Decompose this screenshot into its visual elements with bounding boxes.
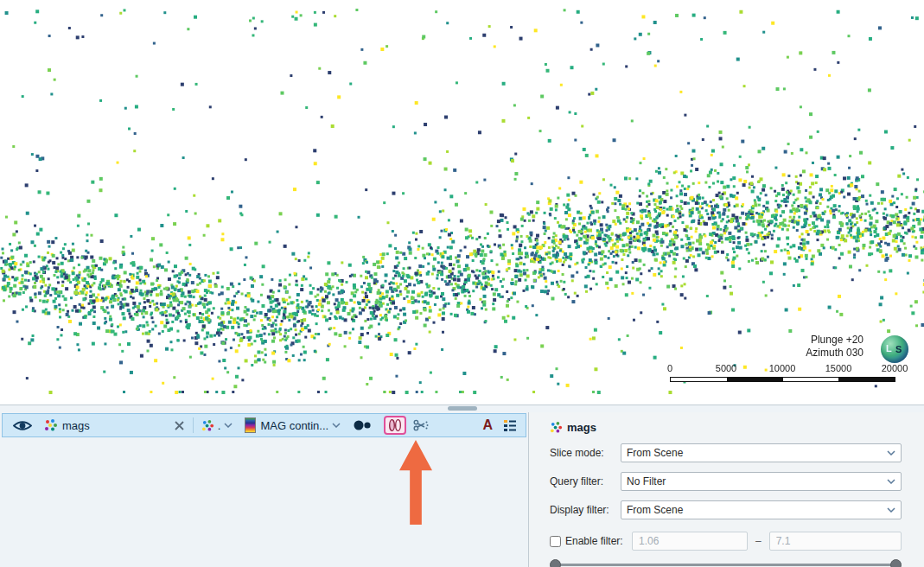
remove-from-scene-icon[interactable]: [174, 420, 185, 431]
scale-tick: 10000: [769, 363, 796, 373]
scale-tick-labels: 0 5000 10000 15000 20000: [670, 363, 896, 375]
scale-bar-segments: [670, 377, 895, 382]
filter-range-slider[interactable]: [550, 558, 902, 567]
filter-min-input[interactable]: 1.06: [632, 532, 748, 551]
colormap-label: MAG contin...: [260, 419, 328, 432]
properties-panel: mags Slice mode: From Scene Query filter…: [529, 412, 924, 567]
slice-mode-label: Slice mode:: [550, 447, 621, 459]
properties-title: mags: [567, 421, 596, 434]
chevron-down-icon: [887, 479, 895, 484]
orientation-readout: Plunge +20 Azimuth 030: [806, 334, 863, 360]
chevron-down-icon: [887, 450, 895, 456]
query-filter-label: Query filter:: [550, 475, 621, 487]
scene-list-item-mags[interactable]: mags .: [2, 413, 526, 437]
chevron-down-icon: [332, 423, 341, 428]
point-cloud: [0, 0, 924, 405]
callout-arrow-up: [399, 440, 432, 525]
slider-handle-max[interactable]: [890, 559, 902, 567]
slice-mode-select[interactable]: From Scene: [621, 443, 902, 462]
compass-letter-l: L: [886, 343, 892, 354]
shape-list-dropdown[interactable]: .: [201, 419, 233, 432]
azimuth-label: Azimuth 030: [806, 347, 863, 360]
point-size-icon[interactable]: [353, 418, 372, 432]
splitter-strip: [0, 405, 924, 412]
enable-filter-checkbox[interactable]: [550, 536, 561, 547]
query-filter-select[interactable]: No Filter: [621, 472, 902, 491]
scale-tick: 5000: [716, 363, 736, 373]
scale-tick: 0: [667, 363, 672, 373]
shape-dropdown-label: .: [218, 419, 221, 432]
scene-viewport[interactable]: Plunge +20 Azimuth 030 L S 0 5000 10000 …: [0, 0, 924, 405]
compass-globe[interactable]: L S: [881, 335, 908, 363]
colormap-dropdown[interactable]: MAG contin...: [245, 417, 341, 433]
scene-item-label: mags: [62, 419, 90, 432]
visibility-eye-icon[interactable]: [13, 419, 32, 432]
filter-max-input[interactable]: 7.1: [769, 532, 902, 551]
chevron-down-icon: [224, 423, 233, 428]
enable-filter-label: Enable filter:: [565, 535, 632, 547]
slider-handle-min[interactable]: [550, 559, 561, 567]
slider-track[interactable]: [555, 564, 896, 566]
plunge-label: Plunge +20: [806, 334, 863, 347]
display-filter-label: Display filter:: [550, 504, 621, 516]
splitter-handle[interactable]: [448, 406, 477, 411]
legend-list-icon[interactable]: [503, 419, 517, 432]
bottom-dock: mags .: [0, 405, 924, 567]
colormap-gradient-icon: [245, 417, 256, 433]
leapfrog-window: Plunge +20 Azimuth 030 L S 0 5000 10000 …: [0, 0, 924, 567]
scale-bar: 0 5000 10000 15000 20000: [670, 363, 896, 382]
chevron-down-icon: [887, 507, 895, 513]
points-object-icon: [44, 418, 58, 432]
compass-letter-s: S: [895, 344, 902, 354]
range-dash: –: [755, 535, 762, 547]
scene-list-body: [0, 437, 528, 567]
annotation-text-icon[interactable]: A: [482, 417, 493, 433]
value-filter-toggle[interactable]: [384, 416, 406, 435]
display-filter-select[interactable]: From Scene: [621, 500, 902, 519]
scene-list-panel: mags .: [0, 412, 529, 567]
scissors-slice-icon[interactable]: [413, 418, 430, 432]
points-object-icon: [550, 421, 563, 434]
scale-tick: 15000: [825, 363, 852, 373]
scale-tick: 20000: [882, 363, 908, 373]
